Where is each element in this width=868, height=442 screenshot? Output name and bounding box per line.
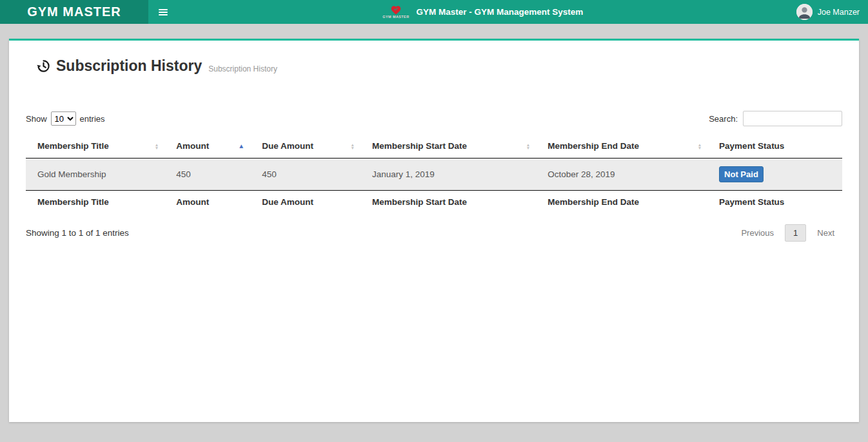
sort-ascending-active-icon: ▲ [238,143,244,149]
column-header-payment-status: Payment Status [707,134,842,159]
pagination-page-1[interactable]: 1 [785,224,806,242]
footer-header-membership-start-date: Membership Start Date [360,191,536,214]
cell-membership-end-date: October 28, 2019 [536,159,707,191]
column-header-membership-start-date[interactable]: Membership Start Date ▲▼ [360,134,536,159]
sort-both-icon: ▲▼ [351,142,355,149]
column-header-label: Membership Start Date [372,141,467,151]
pagination: Previous 1 Next [733,224,842,242]
brand-logo[interactable]: GYM MASTER [0,0,148,24]
sidebar-toggle-button[interactable] [148,0,178,24]
footer-header-amount: Amount [164,191,250,214]
cell-amount: 450 [164,159,250,191]
sort-both-icon: ▲▼ [526,142,530,149]
cell-due-amount: 450 [250,159,360,191]
cell-payment-status: Not Paid [707,159,842,191]
page-title: Subscription History [56,57,202,75]
entries-select[interactable]: 10 [51,111,76,126]
page-length-control: Show 10 entries [26,111,105,126]
column-header-label: Due Amount [262,141,313,151]
column-header-membership-end-date[interactable]: Membership End Date ▲▼ [536,134,707,159]
cell-membership-start-date: January 1, 2019 [360,159,536,191]
pagination-next[interactable]: Next [809,224,842,242]
payment-status-badge: Not Paid [719,166,764,182]
user-name: Joe Manzer [818,8,860,17]
page-subtitle: Subscription History [208,59,277,73]
column-header-membership-title[interactable]: Membership Title ▲▼ [26,134,164,159]
sort-desc-icon: ▼ [155,146,159,150]
app-title: GYM Master - GYM Management System [417,7,584,17]
table-header-row: Membership Title ▲▼ Amount ▲ Due Amount … [26,134,842,159]
table-footer-bar: Showing 1 to 1 of 1 entries Previous 1 N… [9,213,859,242]
heart-logo-icon [390,5,402,15]
footer-header-due-amount: Due Amount [250,191,360,214]
table-info: Showing 1 to 1 of 1 entries [26,228,129,238]
content-area: Subscription History Subscription Histor… [0,24,868,422]
user-avatar [796,4,813,20]
table-row: Gold Membership 450 450 January 1, 2019 … [26,159,842,191]
sort-both-icon: ▲▼ [698,142,702,149]
page-header: Subscription History Subscription Histor… [9,41,859,75]
sort-both-icon: ▲▼ [155,142,159,149]
sort-desc-icon: ▼ [351,146,355,150]
hamburger-icon [159,8,168,17]
table-search: Search: [709,111,842,126]
history-icon [36,59,51,73]
column-header-label: Membership End Date [547,141,639,151]
column-header-due-amount[interactable]: Due Amount ▲▼ [250,134,360,159]
search-input[interactable] [743,111,842,126]
column-header-label: Membership Title [37,141,109,151]
column-header-label: Payment Status [719,141,784,151]
navbar-center: GYM MASTER GYM Master - GYM Management S… [178,0,788,24]
search-label: Search: [709,114,738,124]
top-navbar: GYM MASTER GYM MASTER GYM Master - GYM M… [0,0,868,24]
show-label: Show [26,114,47,124]
entries-label: entries [80,114,105,124]
subscriptions-table: Membership Title ▲▼ Amount ▲ Due Amount … [26,134,842,213]
table-controls: Show 10 entries Search: [9,111,859,126]
subscription-history-card: Subscription History Subscription Histor… [9,39,859,422]
column-header-amount[interactable]: Amount ▲ [164,134,250,159]
gym-master-logo: GYM MASTER [382,5,409,19]
footer-header-membership-end-date: Membership End Date [536,191,707,214]
sort-desc-icon: ▼ [526,146,530,150]
logo-caption: GYM MASTER [382,15,409,19]
pagination-previous[interactable]: Previous [733,224,782,242]
sort-desc-icon: ▼ [698,146,702,150]
footer-header-membership-title: Membership Title [26,191,164,214]
person-icon [796,4,813,20]
cell-membership-title: Gold Membership [26,159,164,191]
table-footer-row: Membership Title Amount Due Amount Membe… [26,191,842,214]
sort-asc-icon: ▲ [238,143,244,149]
column-header-label: Amount [176,141,209,151]
user-menu[interactable]: Joe Manzer [788,0,868,24]
footer-header-payment-status: Payment Status [707,191,842,214]
